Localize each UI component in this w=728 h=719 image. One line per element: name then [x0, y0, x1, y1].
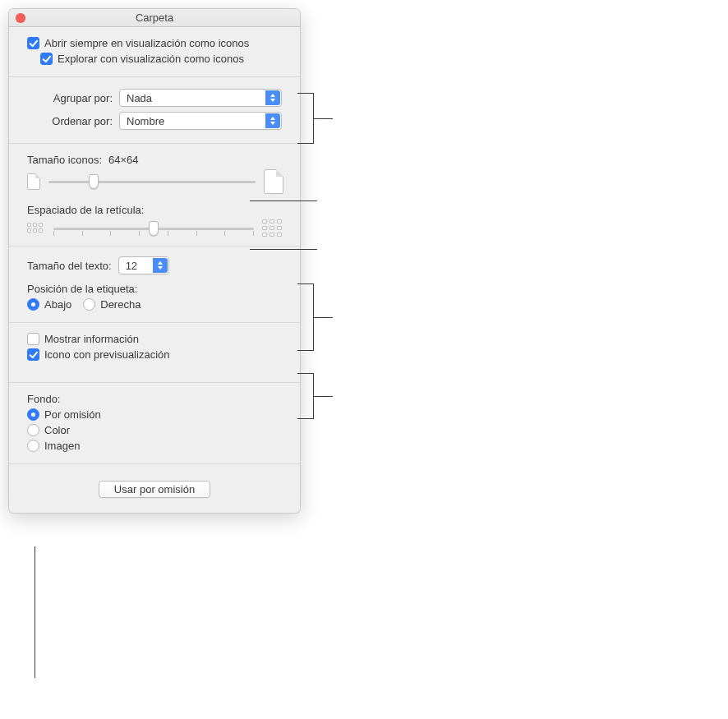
background-image-radio[interactable] — [27, 440, 39, 452]
grid-spacing-slider[interactable] — [53, 220, 254, 237]
arrange-section: Agrupar por: Nada Ordenar por: Nombre — [9, 77, 300, 144]
sort-by-value: Nombre — [127, 115, 164, 127]
background-default-label: Por omisión — [44, 408, 101, 421]
label-bottom-radio[interactable] — [27, 298, 39, 311]
text-size-label: Tamaño del texto: — [27, 260, 112, 272]
background-section: Fondo: Por omisión Color Imagen — [9, 383, 300, 464]
label-position-label: Posición de la etiqueta: — [27, 283, 137, 295]
background-image-label: Imagen — [44, 440, 80, 452]
titlebar: Carpeta — [9, 9, 300, 27]
background-color-radio[interactable] — [27, 424, 39, 436]
callout-line — [250, 200, 317, 201]
browse-label: Explorar con visualización como iconos — [58, 53, 244, 65]
label-bottom-text: Abajo — [44, 298, 71, 311]
show-info-checkbox[interactable] — [27, 333, 39, 345]
icon-preview-label: Icono con previsualización — [44, 348, 169, 361]
callout-bracket — [297, 283, 314, 351]
show-info-label: Mostrar información — [44, 333, 139, 345]
sort-by-popup[interactable]: Nombre — [119, 112, 282, 130]
use-as-defaults-button[interactable]: Usar por omisión — [99, 481, 210, 498]
info-section: Mostrar información Icono con previsuali… — [9, 323, 300, 383]
footer-section: Usar por omisión — [9, 464, 300, 513]
background-color-label: Color — [44, 424, 70, 436]
always-open-label: Abrir siempre en visualización como icon… — [44, 37, 249, 49]
label-right-text: Derecha — [100, 298, 141, 311]
icon-size-label: Tamaño iconos: — [27, 154, 102, 166]
icon-size-value: 64×64 — [108, 154, 139, 166]
callout-bracket — [297, 373, 314, 419]
browse-checkbox[interactable] — [40, 53, 53, 65]
icon-size-slider[interactable] — [48, 173, 256, 190]
updown-icon — [153, 258, 168, 273]
label-right-radio[interactable] — [83, 298, 95, 311]
callout-line — [250, 249, 317, 250]
group-by-label: Agrupar por: — [27, 92, 119, 104]
text-section: Tamaño del texto: 12 Posición de la etiq… — [9, 247, 300, 323]
text-size-value: 12 — [126, 260, 137, 272]
always-open-checkbox[interactable] — [27, 37, 39, 49]
tight-grid-icon — [27, 223, 45, 234]
background-heading: Fondo: — [27, 393, 60, 405]
icon-size-section: Tamaño iconos: 64×64 Espaciado de la ret… — [9, 144, 300, 247]
icon-preview-checkbox[interactable] — [27, 348, 39, 361]
window-title: Carpeta — [136, 12, 173, 24]
updown-icon — [265, 90, 280, 105]
callout-line — [35, 546, 35, 678]
large-document-icon — [264, 169, 283, 194]
updown-icon — [265, 113, 280, 128]
open-mode-section: Abrir siempre en visualización como icon… — [9, 27, 300, 77]
text-size-popup[interactable]: 12 — [118, 256, 169, 274]
small-document-icon — [27, 173, 40, 190]
sort-by-label: Ordenar por: — [27, 115, 119, 127]
loose-grid-icon — [262, 219, 283, 237]
grid-spacing-label: Espaciado de la retícula: — [27, 204, 144, 216]
group-by-value: Nada — [127, 92, 152, 104]
view-options-window: Carpeta Abrir siempre en visualización c… — [8, 8, 301, 514]
group-by-popup[interactable]: Nada — [119, 89, 282, 107]
background-default-radio[interactable] — [27, 408, 39, 421]
callout-bracket — [297, 93, 314, 144]
close-window-button[interactable] — [16, 13, 25, 23]
